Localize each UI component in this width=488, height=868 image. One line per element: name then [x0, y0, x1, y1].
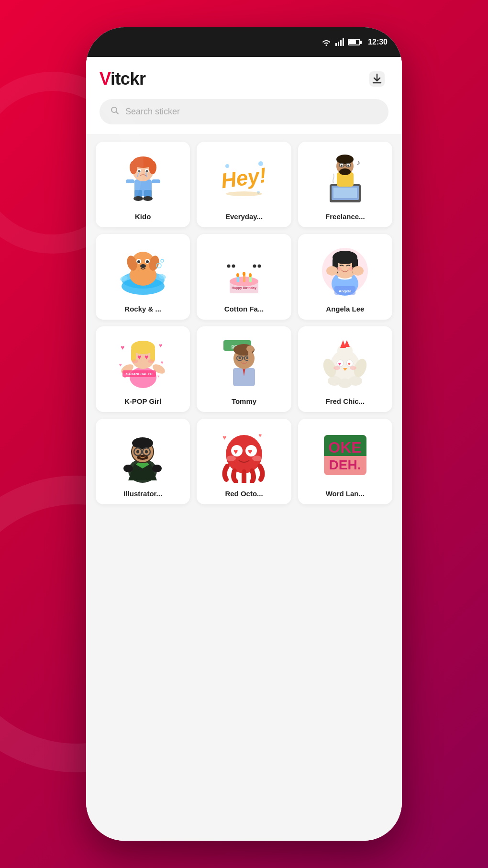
- signal-icon: [335, 38, 344, 46]
- sticker-card-fred[interactable]: ♥ ♥: [298, 326, 392, 412]
- download-icon: [367, 69, 387, 89]
- svg-point-73: [253, 264, 256, 267]
- svg-point-120: [246, 345, 254, 352]
- svg-text:♥: ♥: [348, 361, 351, 367]
- svg-rect-1: [338, 42, 339, 46]
- svg-text:♥: ♥: [248, 447, 253, 456]
- sticker-label-rocky: Rocky & ...: [124, 305, 161, 313]
- svg-rect-17: [126, 179, 134, 183]
- sticker-label-tommy: Tommy: [232, 397, 256, 405]
- svg-point-13: [137, 169, 141, 173]
- svg-point-85: [352, 266, 364, 276]
- sticker-label-fred: Fred Chic...: [325, 397, 365, 405]
- svg-point-15: [138, 170, 140, 172]
- logo-rest: itckr: [111, 69, 146, 89]
- sticker-illustrator-svg: [118, 428, 168, 483]
- sticker-card-tommy[interactable]: GOOD MORNING: [197, 326, 291, 412]
- sticker-label-kido: Kido: [135, 212, 151, 221]
- svg-marker-66: [227, 253, 232, 257]
- svg-rect-2: [340, 40, 342, 46]
- svg-text:♥: ♥: [121, 344, 124, 351]
- svg-point-151: [152, 465, 162, 472]
- svg-text:♥: ♥: [144, 353, 148, 361]
- sticker-card-freelance[interactable]: ♪ Freelance...: [298, 142, 392, 227]
- svg-marker-67: [231, 253, 235, 257]
- svg-rect-18: [152, 179, 160, 183]
- search-bar[interactable]: Search sticker: [100, 99, 388, 124]
- sticker-image-wordlan: OKE DEH.: [316, 426, 374, 484]
- svg-point-25: [226, 191, 262, 196]
- svg-point-11: [130, 161, 137, 174]
- svg-text:♥: ♥: [119, 362, 122, 367]
- sticker-image-kpop: ♥ ♥ ♥ ♥ ♥ ♥: [114, 334, 172, 391]
- svg-point-70: [248, 258, 266, 276]
- svg-text:♥: ♥: [161, 360, 164, 365]
- app-content: Vitckr Search sticker: [86, 57, 402, 841]
- sticker-card-kido[interactable]: Kido: [96, 142, 190, 227]
- svg-point-84: [326, 266, 338, 276]
- svg-point-143: [132, 437, 153, 449]
- svg-point-55: [161, 259, 164, 262]
- svg-point-62: [243, 272, 245, 276]
- svg-point-117: [239, 356, 241, 359]
- sticker-card-everyday[interactable]: Hey! Everyday...: [197, 142, 291, 227]
- app-header: Vitckr: [86, 57, 402, 99]
- svg-text:Angela: Angela: [338, 289, 351, 293]
- sticker-grid: Kido Hey! Everyday...: [86, 134, 402, 841]
- svg-point-148: [145, 450, 148, 453]
- svg-text:♥: ♥: [159, 342, 162, 349]
- sticker-card-wordlan[interactable]: OKE DEH. Word Lan...: [298, 419, 392, 504]
- svg-text:♥: ♥: [222, 434, 226, 441]
- svg-point-20: [143, 196, 153, 201]
- svg-point-16: [145, 170, 148, 172]
- svg-point-135: [333, 366, 340, 370]
- sticker-label-angela: Angela Lee: [326, 305, 364, 313]
- svg-text:♥: ♥: [233, 447, 238, 456]
- svg-point-94: [130, 367, 156, 388]
- sticker-kido-svg: [119, 151, 167, 206]
- svg-point-103: [132, 359, 138, 363]
- svg-point-51: [140, 264, 146, 268]
- sticker-card-illustrator[interactable]: Illustrator...: [96, 419, 190, 504]
- svg-text:♥: ♥: [137, 353, 141, 361]
- search-container: Search sticker: [86, 99, 402, 134]
- phone-frame: 12:30 Vitckr: [86, 27, 402, 841]
- svg-point-50: [146, 260, 149, 263]
- svg-point-61: [236, 273, 239, 277]
- svg-marker-71: [252, 254, 256, 258]
- svg-point-32: [339, 168, 351, 175]
- sticker-label-cotton: Cotton Fa...: [224, 305, 264, 313]
- sticker-everyday-svg: Hey!: [218, 156, 270, 200]
- sticker-card-redocto[interactable]: ♥ ♥ ♥ ♥: [197, 419, 291, 504]
- svg-text:SARANGHAEYO: SARANGHAEYO: [126, 372, 153, 376]
- search-placeholder: Search sticker: [125, 107, 180, 117]
- svg-point-159: [226, 456, 236, 461]
- sticker-card-angela[interactable]: Angela Angela Lee: [298, 234, 392, 320]
- download-button[interactable]: [366, 67, 388, 90]
- svg-point-68: [227, 264, 230, 267]
- svg-point-118: [246, 356, 249, 359]
- logo-v: V: [100, 69, 111, 89]
- sticker-image-cotton: Happy Birthday: [215, 242, 273, 299]
- sticker-tommy-svg: GOOD MORNING: [219, 335, 269, 390]
- sticker-fred-svg: ♥ ♥: [320, 335, 370, 390]
- sticker-angela-svg: Angela: [320, 243, 370, 298]
- sticker-card-rocky[interactable]: Rocky & ...: [96, 234, 190, 320]
- svg-point-136: [350, 366, 356, 370]
- status-icons: 12:30: [321, 38, 388, 46]
- sticker-card-kpop[interactable]: ♥ ♥ ♥ ♥ ♥ ♥: [96, 326, 190, 412]
- svg-marker-72: [257, 254, 262, 258]
- sticker-image-tommy: GOOD MORNING: [215, 334, 273, 391]
- sticker-card-cotton[interactable]: Happy Birthday Cotton Fa...: [197, 234, 291, 320]
- svg-rect-3: [343, 38, 344, 46]
- sticker-kpop-svg: ♥ ♥ ♥ ♥ ♥ ♥: [117, 335, 169, 390]
- svg-point-124: [349, 376, 362, 386]
- svg-point-147: [136, 450, 139, 453]
- svg-point-74: [257, 264, 261, 267]
- battery-fill: [349, 40, 356, 44]
- svg-rect-28: [333, 188, 357, 198]
- sticker-cotton-svg: Happy Birthday: [218, 243, 270, 298]
- sticker-image-kido: [114, 149, 172, 207]
- sticker-label-freelance: Freelance...: [325, 212, 365, 221]
- search-icon: [110, 106, 120, 118]
